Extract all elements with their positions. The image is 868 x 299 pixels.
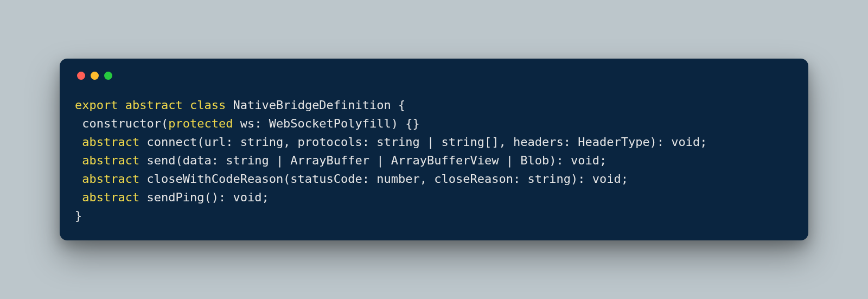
code-text: send(data: string | ArrayBuffer | ArrayB… — [139, 154, 607, 167]
code-window: export abstract class NativeBridgeDefini… — [60, 59, 808, 241]
minimize-icon[interactable] — [91, 72, 99, 80]
code-keyword: export — [75, 98, 118, 112]
close-icon[interactable] — [77, 72, 85, 80]
code-keyword: abstract — [75, 154, 139, 167]
code-keyword: class — [190, 98, 226, 112]
maximize-icon[interactable] — [104, 72, 112, 80]
code-keyword: protected — [168, 117, 233, 130]
code-text: sendPing(): void; — [139, 190, 269, 204]
code-keyword: abstract — [75, 190, 139, 204]
code-block: export abstract class NativeBridgeDefini… — [75, 96, 793, 226]
traffic-lights — [75, 72, 793, 80]
code-text: NativeBridgeDefinition { — [226, 98, 405, 112]
code-text: ws: WebSocketPolyfill) {} — [233, 117, 419, 130]
code-text: closeWithCodeReason(statusCode: number, … — [139, 172, 628, 186]
code-text: constructor( — [75, 117, 168, 130]
code-keyword: abstract — [125, 98, 183, 112]
code-keyword: abstract — [75, 135, 139, 149]
code-keyword: abstract — [75, 172, 139, 186]
code-text: connect(url: string, protocols: string |… — [139, 135, 707, 149]
code-text: } — [75, 209, 82, 222]
